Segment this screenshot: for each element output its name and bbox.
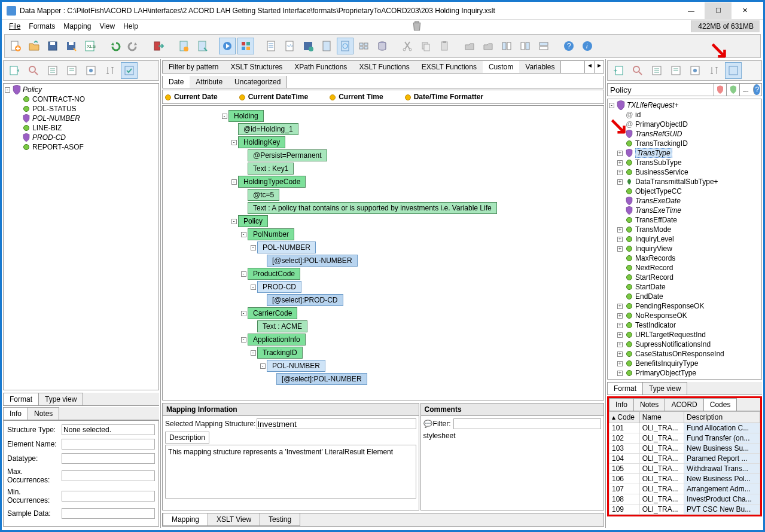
- trash-icon[interactable]: [412, 21, 422, 32]
- node-holding[interactable]: Holding: [228, 110, 264, 122]
- maximize-button[interactable]: ☐: [705, 2, 732, 19]
- grid-icon[interactable]: [355, 38, 372, 54]
- tree-item[interactable]: POL-NUMBER: [14, 114, 157, 123]
- table-row[interactable]: 106OLI_TRA...New Business Pol...: [609, 474, 760, 484]
- doc2-icon[interactable]: [194, 38, 211, 54]
- tab-typeview[interactable]: Type view: [38, 393, 83, 405]
- center-subtab[interactable]: Date: [163, 76, 190, 88]
- open-icon[interactable]: [26, 38, 42, 54]
- tree-item[interactable]: REPORT-ASOF: [14, 142, 157, 152]
- exp[interactable]: -: [260, 363, 266, 369]
- tree-item[interactable]: CONTRACT-NO: [14, 94, 157, 104]
- undo-icon[interactable]: [106, 38, 123, 54]
- exp[interactable]: -: [231, 179, 237, 185]
- exp[interactable]: -: [241, 232, 246, 237]
- tree-item[interactable]: +TransMode: [617, 225, 760, 234]
- tree-item[interactable]: +TransactionContext: [617, 378, 760, 380]
- tab-scroll-right[interactable]: ▸: [594, 61, 604, 73]
- tab-scroll-left[interactable]: ◂: [584, 61, 594, 73]
- center-subtab[interactable]: Uncategorized: [228, 76, 287, 88]
- center-subtab[interactable]: Attribute: [190, 76, 229, 88]
- node-track-sel[interactable]: [@select]:POL-NUMBER: [276, 373, 367, 385]
- exp[interactable]: -: [251, 350, 256, 356]
- tab-testing[interactable]: Testing: [260, 513, 300, 526]
- center-tab[interactable]: EXSLT Functions: [416, 61, 483, 73]
- table-row[interactable]: 104OLI_TRA...Paramed Report ...: [609, 454, 760, 464]
- table-row[interactable]: 103OLI_TRA...New Business Su...: [609, 444, 760, 454]
- tree-item[interactable]: +SupressNotificationsInd: [617, 340, 760, 349]
- tree-item[interactable]: ObjectTypeCC: [617, 186, 760, 196]
- structure-type-input[interactable]: [62, 424, 155, 435]
- left-sort-icon[interactable]: [102, 62, 118, 79]
- panel1-icon[interactable]: [498, 38, 515, 54]
- exp[interactable]: -: [241, 311, 246, 316]
- tab-mapping[interactable]: Mapping: [163, 513, 208, 526]
- element-name-input[interactable]: [62, 439, 155, 450]
- filter-shield-green[interactable]: [726, 84, 739, 96]
- right-filter-input[interactable]: [608, 84, 714, 95]
- tree-item[interactable]: +BenefitsInquiryType: [617, 359, 760, 368]
- more-button[interactable]: ...: [739, 84, 752, 96]
- left-tree[interactable]: -Policy CONTRACT-NOPOL-STATUSPOL-NUMBERL…: [3, 83, 159, 390]
- new-icon[interactable]: [7, 38, 24, 54]
- right-preview-icon[interactable]: [687, 62, 703, 79]
- codes-tab[interactable]: Notes: [633, 398, 665, 411]
- tree-item[interactable]: +TestIndicator: [617, 320, 760, 330]
- exp[interactable]: -: [241, 271, 246, 277]
- table-row[interactable]: 105OLI_TRA...Withdrawal Trans...: [609, 464, 760, 474]
- help-button[interactable]: ?: [753, 84, 760, 95]
- saveas-icon[interactable]: [63, 38, 80, 54]
- table-row[interactable]: 108OLI_TRA...InvestProduct Cha...: [609, 494, 760, 505]
- left-preview-icon[interactable]: [83, 62, 99, 79]
- minimize-button[interactable]: —: [678, 2, 705, 19]
- tree-item[interactable]: StartDate: [617, 282, 760, 292]
- exp[interactable]: -: [231, 140, 237, 145]
- tree-root[interactable]: Policy: [23, 85, 42, 94]
- db-icon[interactable]: [374, 38, 391, 54]
- mosaic-icon[interactable]: [237, 38, 254, 54]
- tree-item[interactable]: TransTrackingID: [617, 139, 760, 148]
- node-polnum-v[interactable]: POL-NUMBER: [257, 241, 316, 253]
- node-track-v[interactable]: POL-NUMBER: [267, 360, 325, 372]
- tree-item[interactable]: +CaseStatusOnResponseInd: [617, 349, 760, 359]
- option-item[interactable]: Current Time: [330, 93, 383, 101]
- panel2-icon[interactable]: [517, 38, 534, 54]
- exp[interactable]: -: [251, 245, 256, 250]
- tree-item[interactable]: TransExeDate: [617, 196, 760, 206]
- tree-item[interactable]: PROD-CD: [14, 133, 157, 142]
- menu-view[interactable]: View: [96, 21, 118, 32]
- tab-format[interactable]: Format: [3, 393, 39, 405]
- option-item[interactable]: Date/Time Formatter: [405, 93, 483, 101]
- node-tc5[interactable]: @tc=5: [248, 189, 279, 201]
- tree-item[interactable]: EndDate: [617, 292, 760, 301]
- right-select-icon[interactable]: [725, 62, 742, 79]
- exp[interactable]: -: [609, 103, 614, 108]
- fold1-icon[interactable]: [461, 38, 478, 54]
- paste-icon[interactable]: [436, 38, 453, 54]
- min-input[interactable]: [62, 491, 155, 502]
- center-tab[interactable]: XSLT Functions: [353, 61, 416, 73]
- left-list2-icon[interactable]: [63, 62, 80, 79]
- tree-item[interactable]: TransRefGUID: [617, 129, 760, 139]
- node-policy[interactable]: Policy: [238, 215, 268, 227]
- exp[interactable]: -: [231, 219, 237, 224]
- exp[interactable]: -: [251, 285, 256, 290]
- center-tab[interactable]: XSLT Structures: [224, 61, 289, 73]
- option-item[interactable]: Current DateTime: [239, 93, 308, 101]
- tree-item[interactable]: POL-STATUS: [14, 104, 157, 114]
- copy-icon[interactable]: [417, 38, 434, 54]
- table-row[interactable]: 102OLI_TRA...Fund Transfer (on...: [609, 433, 760, 444]
- menu-help[interactable]: Help: [120, 21, 142, 32]
- node-acme[interactable]: Text : ACME: [257, 320, 307, 332]
- node-htc[interactable]: HoldingTypeCode: [238, 176, 306, 188]
- center-tab[interactable]: Variables: [519, 61, 561, 73]
- doc4-icon[interactable]: [337, 38, 353, 54]
- tree-item[interactable]: MaxRecords: [617, 253, 760, 263]
- list1-icon[interactable]: [263, 38, 279, 54]
- tree-item[interactable]: +TransType: [617, 148, 760, 158]
- tree-item[interactable]: +InquiryLevel: [617, 234, 760, 244]
- exit-icon[interactable]: [150, 38, 167, 54]
- table-row[interactable]: 101OLI_TRA...Fund Allocation C...: [609, 423, 760, 433]
- right-sort-icon[interactable]: [706, 62, 723, 79]
- codes-tab[interactable]: Info: [609, 398, 634, 411]
